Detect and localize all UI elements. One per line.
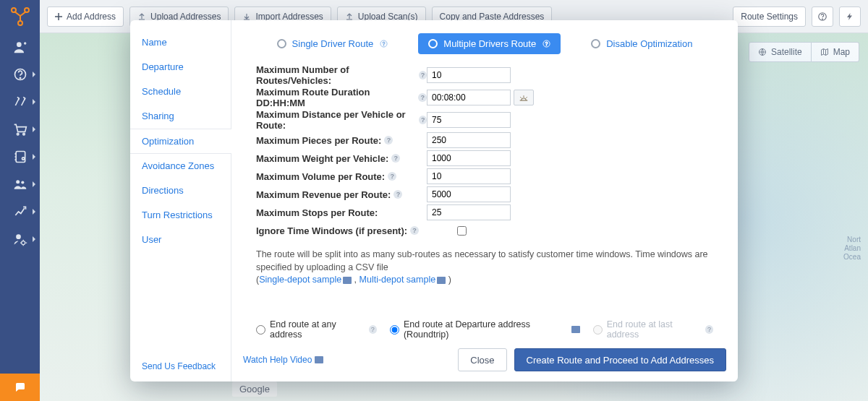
sidebar-item-analytics[interactable] — [0, 198, 40, 225]
max-revenue-label: Maximum Revenue per Route: — [256, 189, 391, 200]
max-routes-input[interactable] — [427, 67, 511, 83]
sidebar-item-orders[interactable] — [0, 116, 40, 143]
sidebar-item-team[interactable] — [0, 171, 40, 198]
google-attribution: Google — [232, 381, 277, 397]
svg-point-14 — [822, 19, 823, 20]
help-icon[interactable]: ? — [388, 172, 396, 181]
svg-rect-8 — [16, 152, 25, 163]
nav-turn[interactable]: Turn Restrictions — [130, 203, 231, 228]
help-icon[interactable]: ? — [384, 136, 393, 145]
svg-point-5 — [20, 77, 20, 78]
tab-single-label: Single Driver Route — [292, 38, 374, 49]
modal-nav: Name Departure Schedule Sharing Optimiza… — [130, 20, 231, 381]
svg-text:?: ? — [545, 41, 548, 46]
note-block: The route will be split into as many sub… — [231, 246, 738, 287]
route-settings-button[interactable]: Route Settings — [733, 7, 806, 27]
help-icon[interactable]: ? — [419, 71, 427, 79]
video-icon — [571, 326, 579, 333]
svg-point-9 — [22, 158, 24, 160]
svg-point-11 — [21, 181, 24, 184]
route-settings-label: Route Settings — [741, 12, 798, 22]
single-depot-link[interactable]: Single-depot sample — [259, 275, 341, 285]
svg-text:?: ? — [383, 41, 386, 46]
app-logo — [0, 0, 40, 33]
svg-point-15 — [759, 49, 765, 56]
max-volume-label: Maximum Volume per Route: — [256, 171, 385, 182]
add-address-button[interactable]: Add Address — [47, 7, 124, 27]
chat-button[interactable] — [0, 374, 40, 401]
max-routes-label: Maximum Number of Routes/Vehicles: — [256, 64, 416, 86]
help-icon[interactable]: ? — [369, 325, 377, 334]
add-address-label: Add Address — [67, 12, 116, 22]
nav-directions[interactable]: Directions — [130, 178, 231, 203]
sidebar-item-add-user[interactable] — [0, 33, 40, 61]
toolbar-bolt-button[interactable] — [839, 7, 861, 27]
max-volume-input[interactable] — [427, 168, 511, 184]
ignore-tw-label: Ignore Time Windows (if present): — [256, 225, 407, 236]
end-any-radio[interactable]: End route at any address? — [256, 319, 377, 340]
end-last-label: End route at last address — [607, 319, 701, 340]
end-roundtrip-radio[interactable]: End route at Departure address (Roundtri… — [390, 319, 580, 340]
send-feedback-link[interactable]: Send Us Feedback — [142, 361, 216, 371]
sunset-icon[interactable] — [514, 90, 534, 105]
close-button[interactable]: Close — [458, 348, 506, 371]
watch-help-video-link[interactable]: Watch Help Video — [243, 355, 323, 365]
sidebar-item-settings[interactable] — [0, 225, 40, 253]
max-duration-input[interactable] — [427, 90, 511, 105]
create-route-button[interactable]: Create Route and Proceed to Add Addresse… — [514, 348, 726, 371]
optimization-fields: Maximum Number of Routes/Vehicles:? Maxi… — [231, 64, 738, 246]
video-icon — [315, 356, 323, 363]
tab-disable-optimization[interactable]: Disable Optimization — [581, 33, 702, 54]
help-icon: ? — [379, 40, 388, 48]
max-duration-label: Maximum Route Duration DD:HH:MM — [256, 87, 415, 108]
svg-point-6 — [17, 133, 19, 135]
nav-schedule[interactable]: Schedule — [130, 79, 231, 104]
map-satellite-button[interactable]: Satellite — [749, 42, 812, 62]
nav-name[interactable]: Name — [130, 30, 231, 55]
sidebar-item-routes[interactable] — [0, 88, 40, 116]
help-icon[interactable]: ? — [393, 190, 402, 199]
nav-avoidance[interactable]: Avoidance Zones — [130, 154, 231, 178]
max-pieces-label: Maximum Pieces per Route: — [256, 135, 381, 146]
max-stops-label: Maximum Stops per Route: — [256, 207, 378, 218]
max-pieces-input[interactable] — [427, 132, 511, 148]
note-text: The route will be split into as many sub… — [256, 249, 708, 272]
max-weight-input[interactable] — [427, 150, 511, 166]
nav-sharing[interactable]: Sharing — [130, 104, 231, 129]
svg-point-2 — [18, 21, 22, 25]
toolbar-help-button[interactable] — [812, 7, 833, 27]
tab-disable-label: Disable Optimization — [606, 38, 692, 49]
multi-depot-link[interactable]: Multi-depot sample — [359, 275, 436, 285]
sidebar-item-help[interactable] — [0, 61, 40, 88]
modal-body: Single Driver Route? Multiple Drivers Ro… — [231, 20, 738, 381]
map-map-button[interactable]: Map — [812, 42, 859, 62]
max-weight-label: Maximum Weight per Vehicle: — [256, 153, 388, 164]
help-icon[interactable]: ? — [410, 226, 419, 235]
map-map-label: Map — [833, 47, 850, 57]
help-icon[interactable]: ? — [391, 154, 400, 163]
end-roundtrip-label: End route at Departure address (Roundtri… — [404, 319, 568, 340]
max-distance-label: Maximum Distance per Vehicle or Route: — [256, 109, 416, 131]
max-distance-input[interactable] — [427, 112, 511, 128]
svg-point-7 — [22, 133, 25, 135]
end-route-options: End route at any address? End route at D… — [231, 319, 738, 340]
map-satellite-label: Satellite — [771, 47, 802, 57]
tab-multiple-label: Multiple Drivers Route — [443, 38, 536, 49]
nav-user[interactable]: User — [130, 228, 231, 252]
optimization-mode-tabs: Single Driver Route? Multiple Drivers Ro… — [231, 20, 738, 64]
svg-point-3 — [17, 42, 22, 47]
tab-multiple-drivers[interactable]: Multiple Drivers Route? — [418, 33, 561, 54]
help-icon: ? — [705, 325, 713, 334]
watch-label: Watch Help Video — [243, 355, 312, 365]
ocean-label: Nort Atlan Ocea — [843, 236, 861, 262]
tab-single-driver[interactable]: Single Driver Route? — [267, 33, 399, 54]
svg-point-10 — [16, 180, 20, 184]
nav-optimization[interactable]: Optimization — [130, 129, 231, 154]
nav-departure[interactable]: Departure — [130, 55, 231, 79]
ignore-tw-checkbox[interactable] — [457, 226, 467, 236]
max-revenue-input[interactable] — [427, 186, 511, 202]
sidebar-item-addressbook[interactable] — [0, 143, 40, 171]
help-icon[interactable]: ? — [418, 93, 427, 102]
help-icon[interactable]: ? — [419, 116, 427, 124]
max-stops-input[interactable] — [427, 204, 511, 220]
